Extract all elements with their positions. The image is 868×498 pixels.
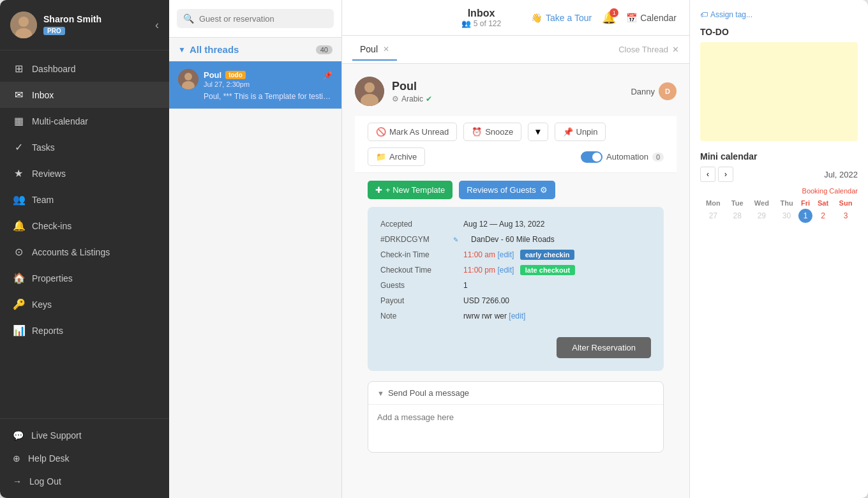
template-bar: ✚ + New Template Reviews of Guests ⚙ [355, 173, 677, 207]
reports-icon: 📊 [13, 324, 24, 336]
tab-poul[interactable]: Poul ✕ [352, 39, 397, 61]
assignee: Danny D [631, 82, 677, 100]
todo-title: TO-DO [700, 27, 858, 37]
note-label: Note [380, 312, 451, 321]
cal-day[interactable]: 28 [726, 209, 749, 223]
sidebar-item-team[interactable]: 👥 Team [0, 186, 169, 213]
cal-day-today[interactable]: 1 [798, 209, 812, 223]
calendar-month: Jul, 2022 [824, 170, 858, 179]
sidebar-item-properties[interactable]: 🏠 Properties [0, 265, 169, 291]
thread-date: Jul 27, 2:30pm [204, 80, 333, 88]
sidebar-item-inbox[interactable]: ✉ Inbox [0, 82, 169, 108]
new-template-button[interactable]: ✚ + New Template [368, 181, 453, 199]
main-header: Inbox 👥 5 of 122 👋 Take a Tour 🔔 1 📅 Ca [342, 0, 689, 36]
notification-button[interactable]: 🔔 1 [602, 11, 616, 25]
thread-preview: Poul, *** This is a Template for testing… [178, 92, 333, 101]
checkin-time: 11:00 am [edit] early checkin [463, 250, 574, 259]
close-thread-label: Close Thread [618, 45, 668, 54]
checkout-edit-link[interactable]: [edit] [497, 266, 514, 275]
threads-title-wrap[interactable]: ▼ All threads [178, 44, 239, 55]
close-thread-button[interactable]: Close Thread ✕ [618, 45, 679, 54]
close-icon: ✕ [672, 45, 679, 54]
sidebar-item-label: Accounts & Listings [32, 247, 110, 257]
header-center: Inbox 👥 5 of 122 [461, 8, 501, 28]
inbox-icon: ✉ [13, 89, 24, 101]
sidebar-item-multi-calendar[interactable]: ▦ Multi-calendar [0, 108, 169, 134]
calendar-icon: ▦ [13, 115, 24, 127]
booking-id-row: #DRKDCGYM ✎ [380, 235, 458, 244]
calendar-prev-button[interactable]: ‹ [700, 167, 715, 182]
sidebar-header: Sharon Smith PRO ‹ [0, 0, 169, 50]
sidebar-item-label: Reviews [32, 169, 66, 179]
cal-day[interactable]: 27 [700, 209, 726, 223]
note-edit-link[interactable]: [edit] [509, 312, 525, 321]
sidebar-item-label: Check-ins [32, 221, 71, 231]
collapse-sidebar-button[interactable]: ‹ [155, 19, 159, 32]
sidebar-item-label: Inbox [32, 90, 54, 100]
reviews-of-guests-button[interactable]: Reviews of Guests ⚙ [459, 181, 555, 199]
archive-icon: 📁 [376, 152, 386, 162]
snooze-dropdown-button[interactable]: ▼ [528, 123, 548, 141]
sidebar-item-log-out[interactable]: → Log Out [0, 470, 169, 493]
unpin-icon: 📌 [563, 127, 573, 137]
search-input[interactable] [199, 14, 327, 24]
wave-icon: 👋 [531, 13, 542, 23]
thread-item[interactable]: Poul todo 📌 Jul 27, 2:30pm Poul, *** Thi… [169, 61, 341, 109]
threads-count: 40 [316, 45, 333, 54]
calendar-next-button[interactable]: › [718, 167, 733, 182]
sidebar-item-reports[interactable]: 📊 Reports [0, 317, 169, 343]
send-message-section: ▼ Send Poul a message [368, 381, 664, 453]
sidebar-item-tasks[interactable]: ✓ Tasks [0, 134, 169, 160]
cal-day-header: Fri [798, 197, 812, 209]
thread-name: Poul [204, 70, 221, 80]
early-checkin-badge: early checkin [520, 250, 575, 260]
unpin-button[interactable]: 📌 Unpin [555, 123, 606, 141]
assign-tag-button[interactable]: 🏷 Assign tag... [700, 10, 858, 19]
calendar-button[interactable]: 📅 Calendar [626, 13, 677, 23]
message-textarea[interactable] [368, 405, 663, 449]
cal-day[interactable]: 2 [812, 209, 834, 223]
send-message-header[interactable]: ▼ Send Poul a message [368, 382, 663, 405]
checkout-time-label: Checkout Time [380, 266, 451, 275]
cal-day[interactable]: 30 [775, 209, 798, 223]
translate-icon: ⚙ [392, 94, 399, 103]
sidebar-item-dashboard[interactable]: ⊞ Dashboard [0, 56, 169, 82]
assignee-avatar: D [659, 82, 677, 100]
booking-id-edit-icon[interactable]: ✎ [453, 236, 458, 243]
close-tab-icon[interactable]: ✕ [383, 45, 389, 54]
take-tour-button[interactable]: 👋 Take a Tour [531, 13, 592, 23]
live-support-icon: 💬 [13, 430, 24, 441]
checkin-time-label: Check-in Time [380, 250, 451, 259]
automation-toggle[interactable] [581, 151, 602, 163]
inbox-title: Inbox [461, 8, 501, 19]
snooze-label: Snooze [485, 127, 513, 137]
sidebar-item-help-desk[interactable]: ⊕ Help Desk [0, 447, 169, 470]
snooze-button[interactable]: ⏰ Snooze [463, 123, 521, 141]
checkin-edit-link[interactable]: [edit] [497, 250, 514, 259]
cal-day[interactable]: 29 [749, 209, 775, 223]
chevron-down-icon: ▼ [178, 45, 186, 54]
sidebar-item-live-support[interactable]: 💬 Live Support [0, 424, 169, 447]
sidebar-item-check-ins[interactable]: 🔔 Check-ins [0, 213, 169, 239]
cal-day[interactable]: 3 [834, 209, 858, 223]
unpin-label: Unpin [576, 127, 598, 137]
todo-notepad[interactable] [700, 42, 858, 141]
mark-unread-button[interactable]: 🚫 Mark As Unread [368, 123, 457, 141]
take-tour-label: Take a Tour [546, 13, 592, 23]
booking-calendar-label: Booking Calendar [700, 187, 858, 195]
alter-reservation-button[interactable]: Alter Reservation [557, 337, 651, 358]
threads-header: ▼ All threads 40 [169, 38, 341, 61]
checkins-icon: 🔔 [13, 220, 24, 232]
contact-avatar [355, 77, 384, 106]
guests-value: 1 [463, 281, 468, 290]
notification-badge: 1 [610, 8, 618, 17]
logout-icon: → [13, 476, 22, 487]
cal-day-header: Sat [812, 197, 834, 209]
sidebar-item-keys[interactable]: 🔑 Keys [0, 291, 169, 317]
search-input-wrap[interactable]: 🔍 [177, 9, 334, 28]
sidebar-item-reviews[interactable]: ★ Reviews [0, 160, 169, 186]
sidebar-item-accounts-listings[interactable]: ⊙ Accounts & Listings [0, 239, 169, 265]
automation-button[interactable]: Automation 0 [581, 151, 664, 163]
assign-tag-label: Assign tag... [710, 10, 752, 19]
archive-button[interactable]: 📁 Archive [368, 147, 425, 166]
